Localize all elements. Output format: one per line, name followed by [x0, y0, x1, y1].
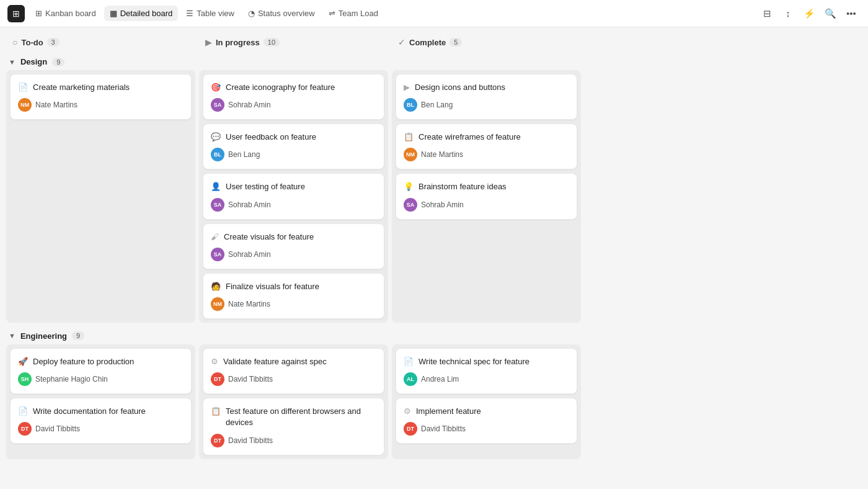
card-title: Implement feature [416, 406, 481, 417]
gear2-icon: ⚙ [404, 406, 411, 416]
design-chevron-icon: ▼ [9, 58, 16, 66]
avatar-sohrab2: SA [211, 198, 224, 212]
col-header-inprogress: ▶ In progress 10 [199, 32, 388, 52]
avatar-stephanie: SH [18, 372, 32, 386]
avatar-david3: DT [211, 434, 224, 447]
nav-item-status[interactable]: ◔ Status overview [242, 6, 321, 21]
inprogress-col-count: 10 [264, 38, 280, 47]
card-title: Create marketing materials [33, 82, 130, 93]
assignee-name: Sohrab Amin [228, 200, 271, 209]
search-button[interactable]: 🔍 [821, 4, 839, 23]
person-icon: 🧑 [211, 282, 221, 291]
card-title: Finalize visuals for feature [226, 281, 319, 292]
avatar-nate: NM [18, 98, 32, 112]
design-columns: 📄 Create marketing materials NM Nate Mar… [6, 70, 862, 323]
avatar-sohrab: SA [211, 98, 224, 112]
doc-icon3: 📄 [18, 406, 28, 416]
detailed-icon: ▦ [110, 9, 117, 18]
target-icon: 🎯 [211, 83, 221, 92]
card-title: Design icons and buttons [415, 82, 505, 93]
card-design-icons[interactable]: ▶ Design icons and buttons BL Ben Lang [396, 74, 577, 120]
card-write-technical[interactable]: 📄 Write technical spec for feature AL An… [396, 348, 577, 394]
card-title: User feedback on feature [226, 132, 316, 143]
card-title: Create wireframes of feature [418, 132, 521, 143]
assignee-name: Sohrab Amin [228, 250, 271, 259]
assignee-name: Nate Martins [421, 150, 463, 159]
card-create-iconography[interactable]: 🎯 Create iconography for feature SA Sohr… [203, 74, 384, 120]
card-title: Create visuals for feature [224, 231, 314, 243]
group-design: ▼ Design 9 📄 Create marketing materials … [6, 53, 862, 323]
nav-item-table[interactable]: ☰ Table view [180, 6, 240, 21]
assignee-name: David Tibbitts [421, 424, 466, 433]
sort-button[interactable]: ↕ [779, 4, 797, 23]
assignee-name: David Tibbitts [228, 375, 273, 384]
more-button[interactable]: ••• [842, 4, 861, 23]
design-inprogress-col: 🎯 Create iconography for feature SA Sohr… [199, 70, 388, 323]
card-user-testing[interactable]: 👤 User testing of feature SA Sohrab Amin [203, 173, 384, 219]
avatar-david: DT [18, 422, 32, 436]
card-write-docs[interactable]: 📄 Write documentation for feature DT Dav… [10, 398, 192, 444]
col-header-complete: ✓ Complete 5 [392, 32, 581, 52]
brush-icon: 🖌 [211, 232, 219, 241]
engineering-chevron-icon: ▼ [9, 332, 16, 339]
assignee-name: Stephanie Hagio Chin [35, 375, 108, 384]
design-group-label: Design [20, 57, 47, 66]
card-title: Write documentation for feature [33, 406, 146, 417]
nav-item-kanban[interactable]: ⊞ Kanban board [30, 6, 102, 21]
engineering-group-count: 9 [72, 331, 84, 340]
col-header-todo: ○ To-do 3 [6, 32, 195, 52]
card-title: Create iconography for feature [226, 82, 335, 93]
status-icon: ◔ [248, 9, 255, 18]
design-complete-col: ▶ Design icons and buttons BL Ben Lang 📋… [392, 70, 581, 323]
engineering-columns: 🚀 Deploy feature to production SH Stepha… [6, 344, 862, 459]
avatar-sohrab4: SA [404, 198, 417, 212]
card-finalize-visuals[interactable]: 🧑 Finalize visuals for feature NM Nate M… [203, 273, 384, 319]
nav-logo: ⊞ [7, 5, 25, 22]
assignee-name: Nate Martins [35, 101, 78, 109]
avatar-david2: DT [211, 372, 224, 386]
filter-button[interactable]: ⊟ [758, 4, 776, 23]
complete-col-count: 5 [450, 38, 462, 47]
avatar-nate2: NM [211, 297, 224, 311]
doc-icon2: 📋 [404, 132, 414, 141]
design-group-count: 9 [52, 58, 64, 66]
play-icon: ▶ [404, 83, 410, 92]
card-validate-feature[interactable]: ⚙ Validate feature against spec DT David… [203, 348, 384, 394]
card-deploy-feature[interactable]: 🚀 Deploy feature to production SH Stepha… [10, 348, 192, 394]
card-brainstorm[interactable]: 💡 Brainstorm feature ideas SA Sohrab Ami… [396, 173, 577, 219]
team-icon: ⇌ [329, 9, 335, 18]
card-title: Test feature on different browsers and d… [226, 406, 376, 428]
top-nav: ⊞ ⊞ Kanban board ▦ Detailed board ☰ Tabl… [0, 0, 868, 27]
card-user-feedback[interactable]: 💬 User feedback on feature BL Ben Lang [203, 123, 384, 169]
kanban-icon: ⊞ [35, 9, 42, 18]
card-title: Validate feature against spec [223, 356, 327, 367]
complete-col-label: Complete [409, 38, 446, 47]
nav-item-team[interactable]: ⇌ Team Load [323, 6, 384, 21]
card-test-browsers[interactable]: 📋 Test feature on different browsers and… [203, 398, 384, 455]
board: ○ To-do 3 ▶ In progress 10 ✓ Complete 5 … [0, 27, 868, 489]
assignee-name: Andrea Lim [421, 375, 459, 384]
doc-icon: 📄 [18, 83, 28, 92]
assignee-name: Sohrab Amin [421, 200, 464, 209]
group-engineering: ▼ Engineering 9 🚀 Deploy feature to prod… [6, 328, 862, 459]
todo-col-icon: ○ [12, 37, 17, 47]
activity-button[interactable]: ⚡ [800, 4, 818, 23]
avatar-andrea: AL [404, 372, 417, 386]
group-engineering-header[interactable]: ▼ Engineering 9 [6, 328, 862, 344]
avatar-sohrab3: SA [211, 248, 224, 261]
engineering-group-label: Engineering [20, 331, 67, 341]
card-implement-feature[interactable]: ⚙ Implement feature DT David Tibbitts [396, 398, 577, 444]
inprogress-col-label: In progress [216, 38, 260, 47]
card-title: User testing of feature [226, 181, 305, 192]
inprogress-col-icon: ▶ [205, 37, 212, 47]
card-create-marketing[interactable]: 📄 Create marketing materials NM Nate Mar… [10, 74, 192, 120]
design-todo-col: 📄 Create marketing materials NM Nate Mar… [6, 70, 195, 323]
card-create-visuals[interactable]: 🖌 Create visuals for feature SA Sohrab A… [203, 223, 384, 269]
group-design-header[interactable]: ▼ Design 9 [6, 53, 862, 70]
card-create-wireframes[interactable]: 📋 Create wireframes of feature NM Nate M… [396, 123, 577, 169]
chat-icon: 💬 [211, 132, 221, 141]
engineering-complete-col: 📄 Write technical spec for feature AL An… [392, 344, 581, 459]
rocket-icon: 🚀 [18, 357, 28, 366]
nav-item-detailed[interactable]: ▦ Detailed board [104, 6, 179, 21]
engineering-inprogress-col: ⚙ Validate feature against spec DT David… [199, 344, 388, 459]
